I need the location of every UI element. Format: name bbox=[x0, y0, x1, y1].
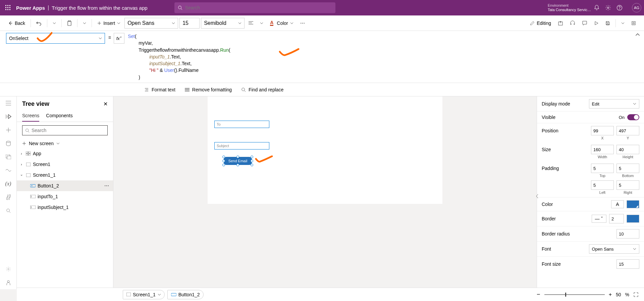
tree-item-button1-2[interactable]: Button1_2 ⋯ bbox=[17, 180, 113, 191]
width-input[interactable] bbox=[591, 145, 614, 154]
share-icon bbox=[558, 20, 563, 26]
new-screen-button[interactable]: New screen bbox=[17, 139, 113, 148]
insert-button[interactable]: Insert bbox=[95, 18, 123, 29]
color-button[interactable]: A Color bbox=[267, 18, 296, 29]
tree-item-screen1[interactable]: › Screen1 bbox=[17, 159, 113, 170]
expand-props-button[interactable] bbox=[535, 193, 539, 200]
padding-top-input[interactable] bbox=[591, 164, 614, 173]
svg-rect-32 bbox=[29, 154, 31, 156]
back-button[interactable]: Back bbox=[5, 18, 28, 29]
help-icon[interactable] bbox=[616, 5, 623, 11]
remove-formatting-button[interactable]: Remove formatting bbox=[185, 87, 232, 92]
fill-color-picker[interactable]: ◢ bbox=[627, 200, 639, 208]
chevron-down-icon bbox=[117, 22, 120, 25]
format-text-button[interactable]: Format text bbox=[144, 87, 175, 92]
padding-bottom-input[interactable] bbox=[616, 164, 639, 173]
border-radius-input[interactable] bbox=[616, 229, 639, 239]
undo-menu[interactable] bbox=[50, 18, 59, 29]
search-box[interactable] bbox=[174, 2, 335, 13]
chevron-down-icon[interactable]: › bbox=[20, 173, 23, 177]
tree-item-screen1-1[interactable]: › Screen1_1 bbox=[17, 170, 113, 180]
publish-button[interactable] bbox=[629, 18, 639, 29]
tree-search-input[interactable] bbox=[32, 128, 105, 133]
share-button[interactable] bbox=[555, 18, 566, 29]
height-input[interactable] bbox=[616, 145, 639, 154]
avatar[interactable]: AG bbox=[632, 3, 641, 12]
canvas-button-send[interactable]: Send Email bbox=[224, 157, 252, 165]
font-color-icon: A bbox=[270, 20, 273, 26]
app-title: Trigger the flow from within the canvas … bbox=[52, 5, 147, 11]
bell-icon[interactable] bbox=[594, 5, 600, 11]
waffle-icon[interactable] bbox=[3, 2, 13, 13]
canvas-area[interactable]: To Subject Send Email bbox=[113, 96, 537, 289]
tree-item-inputsubject[interactable]: inputSubject_1 bbox=[17, 202, 113, 213]
environment-picker[interactable]: Environment Tata Consultancy Servic… bbox=[548, 3, 591, 12]
save-button[interactable] bbox=[603, 18, 613, 29]
search-rail-icon[interactable] bbox=[5, 207, 12, 214]
equals-sign: = bbox=[108, 35, 111, 40]
canvas-input-to[interactable]: To bbox=[214, 121, 269, 128]
close-tree-button[interactable]: ✕ bbox=[103, 101, 108, 107]
padding-left-input[interactable] bbox=[591, 180, 614, 190]
editing-mode[interactable]: Editing bbox=[527, 18, 554, 29]
more-icon[interactable]: ⋯ bbox=[104, 183, 109, 188]
font-color-picker[interactable]: A bbox=[611, 200, 624, 208]
tab-screens[interactable]: Screens bbox=[22, 110, 39, 122]
tree-item-inputto[interactable]: inputTo_1 bbox=[17, 191, 113, 202]
property-selector[interactable]: OnSelect bbox=[6, 33, 105, 44]
media-icon[interactable] bbox=[5, 154, 12, 160]
brand[interactable]: Power Apps bbox=[16, 5, 45, 11]
font-weight-dropdown[interactable]: Semibold bbox=[201, 18, 245, 29]
ai-copilot-icon[interactable] bbox=[5, 279, 12, 286]
canvas[interactable]: To Subject Send Email bbox=[208, 96, 442, 204]
canvas-input-subject[interactable]: Subject bbox=[214, 142, 269, 149]
tree-item-app[interactable]: › App bbox=[17, 148, 113, 159]
annotation-check bbox=[255, 156, 273, 164]
border-width-input[interactable] bbox=[609, 214, 624, 223]
font-size-input[interactable] bbox=[616, 259, 639, 269]
border-color-picker[interactable] bbox=[627, 215, 639, 223]
svg-rect-1 bbox=[7, 5, 8, 6]
font-dropdown[interactable]: Open Sans bbox=[589, 244, 640, 254]
align-menu[interactable] bbox=[257, 18, 266, 29]
font-dropdown[interactable]: Open Sans bbox=[124, 18, 178, 29]
paste-button[interactable] bbox=[64, 18, 74, 29]
add-icon[interactable] bbox=[5, 127, 12, 133]
tree-view-icon[interactable] bbox=[5, 113, 12, 120]
comments-button[interactable] bbox=[579, 18, 590, 29]
save-menu[interactable] bbox=[619, 18, 627, 29]
display-mode-dropdown[interactable]: Edit bbox=[589, 99, 640, 109]
prop-position: Position bbox=[537, 123, 644, 136]
undo-button[interactable] bbox=[34, 18, 44, 29]
properties-panel: Display mode Edit Visible On Position XY… bbox=[537, 96, 644, 289]
search-input[interactable] bbox=[185, 5, 332, 10]
hamburger-icon[interactable] bbox=[5, 100, 12, 106]
font-size-input[interactable]: 15 bbox=[179, 18, 200, 29]
align-button[interactable] bbox=[246, 18, 256, 29]
gear-icon[interactable] bbox=[605, 5, 611, 11]
left-rail: (x) bbox=[0, 96, 17, 289]
formula-editor[interactable]: Set( myVar, Triggertheflowfromwithinthec… bbox=[124, 31, 644, 83]
position-y-input[interactable] bbox=[616, 126, 639, 135]
play-button[interactable] bbox=[591, 18, 601, 29]
settings-rail-icon[interactable] bbox=[5, 266, 12, 272]
position-x-input[interactable] bbox=[591, 126, 614, 135]
paste-menu[interactable] bbox=[80, 18, 89, 29]
variables-icon[interactable]: (x) bbox=[5, 180, 12, 187]
find-replace-button[interactable]: Find and replace bbox=[241, 87, 283, 92]
data-icon[interactable] bbox=[5, 140, 12, 147]
expand-formula-button[interactable] bbox=[635, 32, 640, 37]
more-button[interactable]: ⋯ bbox=[298, 18, 308, 29]
fx-button[interactable]: fx˅ bbox=[114, 33, 124, 44]
visible-toggle[interactable] bbox=[627, 114, 639, 120]
virtual-agent-button[interactable] bbox=[567, 18, 578, 29]
tab-components[interactable]: Components bbox=[46, 110, 72, 122]
flow-icon[interactable] bbox=[5, 167, 12, 174]
padding-right-input[interactable] bbox=[616, 180, 639, 190]
tools-icon[interactable] bbox=[5, 194, 12, 201]
svg-rect-37 bbox=[30, 195, 36, 198]
chevron-right-icon[interactable]: › bbox=[19, 152, 23, 156]
border-style-dropdown[interactable]: — ˅ bbox=[592, 215, 606, 223]
tree-search[interactable] bbox=[22, 125, 108, 135]
chevron-right-icon[interactable]: › bbox=[19, 163, 23, 166]
